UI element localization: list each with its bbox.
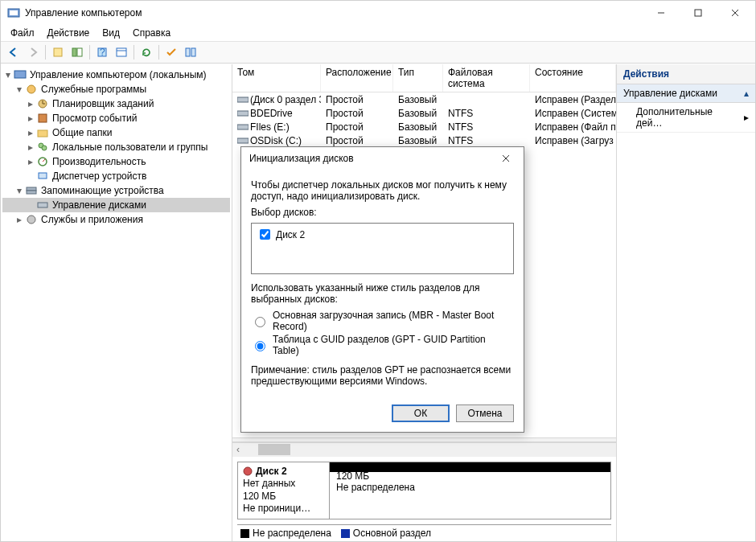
expand-icon[interactable]: ▸ [25, 98, 36, 109]
legend: Не распределена Основной раздел [237, 524, 611, 541]
drive-icon [237, 95, 249, 105]
diskmgmt-icon [36, 199, 49, 211]
tree-performance[interactable]: ▸Производительность [2, 154, 230, 169]
disk2-checkbox[interactable] [260, 229, 270, 240]
help-button[interactable]: ? [93, 43, 111, 61]
drive-icon [237, 109, 249, 118]
ok-button[interactable]: ОК [392, 404, 450, 422]
maximize-button[interactable] [680, 1, 717, 25]
menu-help[interactable]: Справка [128, 26, 175, 40]
list-button[interactable] [162, 43, 180, 61]
expand-icon[interactable]: ▸ [14, 214, 25, 225]
disk-checkbox-row[interactable]: Диск 2 [257, 227, 508, 242]
window-title: Управление компьютером [25, 7, 643, 18]
expand-icon[interactable]: ▸ [25, 156, 36, 167]
minimize-button[interactable] [643, 1, 680, 25]
dialog-close-button[interactable] [493, 150, 519, 167]
menu-action[interactable]: Действие [43, 26, 95, 40]
disk-select-list[interactable]: Диск 2 [251, 223, 514, 274]
svg-rect-6 [54, 48, 62, 56]
cancel-button[interactable]: Отмена [456, 404, 514, 422]
svg-rect-3 [695, 10, 701, 16]
refresh-button[interactable] [138, 43, 155, 61]
disk-panel[interactable]: Диск 2 Нет данных 120 МБ Не проиници… 12… [237, 462, 611, 519]
submenu-arrow-icon: ▸ [744, 112, 749, 123]
tree-device-manager[interactable]: Диспетчер устройств [2, 169, 230, 183]
col-type[interactable]: Тип [393, 64, 443, 92]
svg-text:?: ? [100, 47, 105, 58]
col-volume[interactable]: Том [232, 64, 321, 92]
svg-rect-26 [39, 173, 47, 179]
collapse-arrow-icon: ▴ [744, 88, 749, 99]
svg-rect-11 [117, 48, 126, 56]
storage-icon [25, 184, 38, 197]
col-state[interactable]: Состояние [530, 64, 616, 92]
show-hide-tree-button[interactable] [68, 43, 86, 61]
col-layout[interactable]: Расположение [321, 64, 393, 92]
radio-mbr[interactable] [255, 317, 265, 327]
properties-button[interactable] [113, 43, 130, 61]
services-icon [25, 213, 38, 226]
actions-header: Действия [617, 64, 755, 84]
back-button[interactable] [5, 43, 23, 61]
expand-icon[interactable]: ▸ [25, 142, 36, 153]
collapse-icon[interactable]: ▾ [2, 69, 14, 80]
computer-icon [14, 68, 27, 81]
actions-section-diskmgmt[interactable]: Управление дисками ▴ [617, 84, 755, 103]
menubar: Файл Действие Вид Справка [1, 25, 755, 41]
toolbar: ? [1, 41, 755, 64]
tree-storage[interactable]: ▾Запоминающие устройства [2, 183, 230, 198]
tree-root[interactable]: ▾ Управление компьютером (локальным) [2, 68, 230, 82]
initialize-disk-dialog: Инициализация дисков Чтобы диспетчер лок… [240, 146, 524, 433]
volume-rows: (Диск 0 раздел 3)ПростойБазовыйИсправен … [232, 92, 616, 147]
tree-event-viewer[interactable]: ▸Просмотр событий [2, 111, 230, 125]
up-button[interactable] [49, 43, 67, 61]
tree-local-users[interactable]: ▸Локальные пользователи и группы [2, 140, 230, 154]
col-fs[interactable]: Файловая система [443, 64, 530, 92]
svg-point-30 [27, 216, 35, 224]
volume-row[interactable]: OSDisk (C:)ПростойБазовыйNTFSИсправен (З… [232, 133, 616, 147]
dialog-title: Инициализация дисков [249, 153, 493, 164]
radio-mbr-row[interactable]: Основная загрузочная запись (MBR - Maste… [251, 310, 514, 332]
svg-rect-14 [191, 48, 195, 56]
expand-icon[interactable]: ▸ [25, 113, 36, 124]
svg-rect-15 [14, 71, 26, 78]
svg-rect-20 [39, 114, 47, 122]
actions-pane: Действия Управление дисками ▴ Дополнител… [617, 64, 755, 541]
device-icon [36, 170, 49, 183]
h-scrollbar[interactable]: ‹ [232, 442, 616, 457]
legend-unallocated: Не распределена [240, 528, 331, 539]
menu-view[interactable]: Вид [97, 26, 125, 40]
forward-button[interactable] [24, 43, 42, 61]
volume-row[interactable]: FIles (E:)ПростойБазовыйNTFSИсправен (Фа… [232, 120, 616, 133]
radio-gpt[interactable] [255, 341, 265, 351]
svg-rect-28 [27, 191, 36, 194]
svg-rect-7 [72, 48, 76, 56]
perf-icon [36, 155, 49, 168]
svg-rect-29 [38, 203, 47, 207]
radio-gpt-row[interactable]: Таблица с GUID разделов (GPT - GUID Part… [251, 334, 514, 356]
svg-line-25 [43, 159, 45, 162]
close-button[interactable] [717, 1, 754, 25]
drive-icon [237, 122, 249, 132]
tree-system-tools[interactable]: ▾ Служебные программы [2, 82, 230, 96]
tree-task-scheduler[interactable]: ▸Планировщик заданий [2, 96, 230, 111]
svg-rect-33 [237, 125, 249, 129]
tree-disk-management[interactable]: Управление дисками [2, 198, 230, 212]
expand-icon[interactable]: ▸ [25, 127, 36, 138]
app-icon [7, 6, 20, 19]
tree-services-apps[interactable]: ▸Службы и приложения [2, 212, 230, 227]
partition-color-bar [330, 462, 610, 472]
svg-rect-8 [77, 48, 82, 56]
svg-rect-34 [237, 138, 249, 143]
menu-file[interactable]: Файл [6, 26, 39, 40]
collapse-icon[interactable]: ▾ [14, 84, 25, 95]
collapse-icon[interactable]: ▾ [14, 185, 25, 196]
volume-row[interactable]: (Диск 0 раздел 3)ПростойБазовыйИсправен … [232, 92, 616, 106]
actions-more[interactable]: Дополнительные дей… ▸ [617, 103, 755, 133]
details-button[interactable] [182, 43, 199, 61]
volume-row[interactable]: BDEDriveПростойБазовыйNTFSИсправен (Сист… [232, 106, 616, 120]
tree-shared-folders[interactable]: ▸Общие папки [2, 125, 230, 140]
disk-partition-unallocated[interactable]: 120 МБ Не распределена [330, 462, 610, 519]
dialog-select-label: Выбор дисков: [251, 207, 514, 218]
